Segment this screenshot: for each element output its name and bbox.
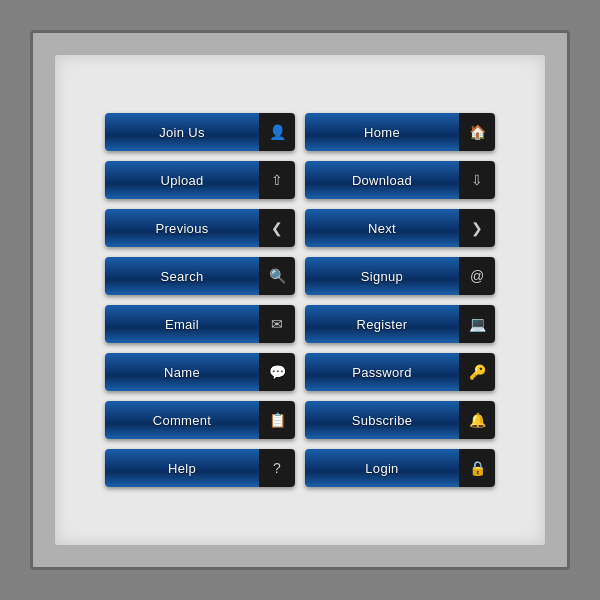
btn-home[interactable]: Home🏠: [305, 113, 495, 151]
btn-icon-password: 🔑: [459, 353, 495, 391]
btn-icon-upload: ⇧: [259, 161, 295, 199]
btn-next[interactable]: Next❯: [305, 209, 495, 247]
buttons-grid: Join Us👤Home🏠Upload⇧Download⇩Previous❮Ne…: [85, 93, 515, 507]
btn-icon-help: ?: [259, 449, 295, 487]
btn-icon-name: 💬: [259, 353, 295, 391]
btn-previous[interactable]: Previous❮: [105, 209, 295, 247]
btn-comment[interactable]: Comment📋: [105, 401, 295, 439]
btn-label-name: Name: [105, 353, 259, 391]
btn-icon-email: ✉: [259, 305, 295, 343]
btn-icon-download: ⇩: [459, 161, 495, 199]
btn-label-email: Email: [105, 305, 259, 343]
outer-frame: Join Us👤Home🏠Upload⇧Download⇩Previous❮Ne…: [30, 30, 570, 570]
btn-label-subscribe: Subscribe: [305, 401, 459, 439]
btn-register[interactable]: Register💻: [305, 305, 495, 343]
btn-label-signup: Signup: [305, 257, 459, 295]
btn-label-login: Login: [305, 449, 459, 487]
btn-icon-login: 🔒: [459, 449, 495, 487]
btn-password[interactable]: Password🔑: [305, 353, 495, 391]
inner-panel: Join Us👤Home🏠Upload⇧Download⇩Previous❮Ne…: [55, 55, 545, 545]
btn-help[interactable]: Help?: [105, 449, 295, 487]
btn-join-us[interactable]: Join Us👤: [105, 113, 295, 151]
btn-label-password: Password: [305, 353, 459, 391]
btn-label-search: Search: [105, 257, 259, 295]
btn-download[interactable]: Download⇩: [305, 161, 495, 199]
btn-icon-subscribe: 🔔: [459, 401, 495, 439]
btn-icon-home: 🏠: [459, 113, 495, 151]
btn-search[interactable]: Search🔍: [105, 257, 295, 295]
btn-login[interactable]: Login🔒: [305, 449, 495, 487]
btn-label-join-us: Join Us: [105, 113, 259, 151]
btn-name[interactable]: Name💬: [105, 353, 295, 391]
btn-icon-previous: ❮: [259, 209, 295, 247]
btn-label-comment: Comment: [105, 401, 259, 439]
btn-icon-register: 💻: [459, 305, 495, 343]
btn-subscribe[interactable]: Subscribe🔔: [305, 401, 495, 439]
btn-icon-comment: 📋: [259, 401, 295, 439]
btn-label-download: Download: [305, 161, 459, 199]
btn-label-upload: Upload: [105, 161, 259, 199]
btn-upload[interactable]: Upload⇧: [105, 161, 295, 199]
btn-signup[interactable]: Signup@: [305, 257, 495, 295]
btn-icon-join-us: 👤: [259, 113, 295, 151]
btn-label-help: Help: [105, 449, 259, 487]
btn-label-next: Next: [305, 209, 459, 247]
btn-icon-next: ❯: [459, 209, 495, 247]
btn-label-register: Register: [305, 305, 459, 343]
btn-icon-search: 🔍: [259, 257, 295, 295]
btn-email[interactable]: Email✉: [105, 305, 295, 343]
btn-label-previous: Previous: [105, 209, 259, 247]
btn-icon-signup: @: [459, 257, 495, 295]
btn-label-home: Home: [305, 113, 459, 151]
